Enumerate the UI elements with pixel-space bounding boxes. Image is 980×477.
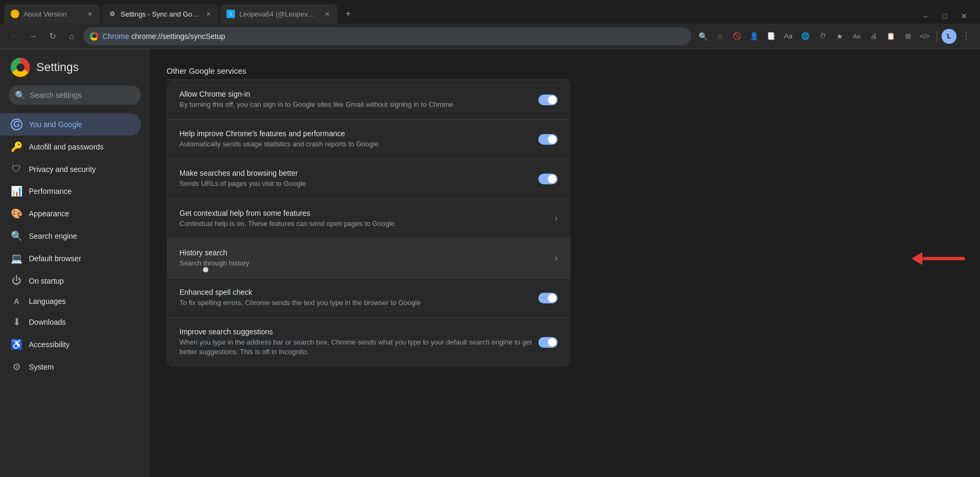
tab-bar-left: About Version ✕ ⚙ Settings - Sync and Go… bbox=[4, 4, 918, 24]
sidebar-item-default-browser[interactable]: 💻 Default browser bbox=[0, 247, 141, 270]
appearance-icon: 🎨 bbox=[11, 208, 22, 220]
search-icon-btn[interactable]: 🔍 bbox=[695, 29, 710, 44]
google-g-icon: G bbox=[11, 119, 22, 130]
setting-row-enhanced-spell-check[interactable]: Enhanced spell check To fix spelling err… bbox=[167, 278, 570, 318]
search-settings-input[interactable]: 🔍 Search settings bbox=[9, 85, 141, 105]
sidebar-item-languages[interactable]: A Languages bbox=[0, 292, 141, 311]
startup-icon: ⏻ bbox=[11, 275, 22, 286]
sidebar-item-appearance[interactable]: 🎨 Appearance bbox=[0, 202, 141, 225]
tab-twitter[interactable]: 𝕏 Leopeva64 (@Leopeva64) / Twi... ✕ bbox=[220, 4, 338, 24]
toggle-knob-improve-search-suggestions bbox=[548, 338, 556, 347]
toggle-enhanced-spell-check[interactable] bbox=[538, 293, 558, 303]
omnibox[interactable]: Chrome chrome://settings/syncSetup bbox=[83, 27, 691, 45]
setting-info-allow-chrome-signin: Allow Chrome sign-in By turning this off… bbox=[179, 90, 538, 110]
toolbar-separator bbox=[937, 31, 937, 42]
sidebar-label-languages: Languages bbox=[29, 297, 66, 306]
default-browser-icon: 💻 bbox=[11, 253, 22, 264]
sidebar-item-system[interactable]: ⚙ System bbox=[0, 356, 141, 378]
translate-icon-btn[interactable]: 🌐 bbox=[798, 29, 813, 44]
setting-title-history-search: History search bbox=[179, 248, 551, 257]
font-icon-btn[interactable]: Aa bbox=[781, 29, 796, 44]
tab-close-settings[interactable]: ✕ bbox=[204, 10, 213, 18]
setting-row-help-improve-chrome[interactable]: Help improve Chrome's features and perfo… bbox=[167, 120, 570, 159]
grid-icon-btn[interactable]: ⊞ bbox=[900, 29, 915, 44]
toggle-allow-chrome-signin[interactable] bbox=[538, 95, 558, 105]
reload-button[interactable]: ↻ bbox=[45, 29, 60, 44]
forward-button[interactable]: → bbox=[26, 29, 41, 44]
maximize-button[interactable]: □ bbox=[937, 9, 952, 24]
omnibox-url-text: chrome://settings/syncSetup bbox=[131, 32, 225, 41]
tab-favicon-settings: ⚙ bbox=[108, 10, 116, 18]
profile-avatar[interactable]: L bbox=[942, 29, 957, 44]
setting-row-improve-search-suggestions[interactable]: Improve search suggestions When you type… bbox=[167, 318, 570, 366]
history-icon-btn[interactable]: ⏱ bbox=[815, 29, 830, 44]
menu-button[interactable]: ⋮ bbox=[959, 29, 974, 44]
sidebar-item-privacy-security[interactable]: 🛡 Privacy and security bbox=[0, 158, 141, 180]
toggle-improve-search-suggestions[interactable] bbox=[538, 337, 558, 348]
setting-info-enhanced-spell-check: Enhanced spell check To fix spelling err… bbox=[179, 288, 538, 308]
browser-frame: About Version ✕ ⚙ Settings - Sync and Go… bbox=[0, 0, 980, 477]
sidebar-label-you-and-google: You and Google bbox=[29, 120, 82, 129]
minimize-button[interactable]: – bbox=[918, 9, 933, 24]
sidebar: Settings 🔍 Search settings G You and Goo… bbox=[0, 49, 150, 477]
main-content: Settings 🔍 Search settings G You and Goo… bbox=[0, 49, 980, 477]
readinglist-icon-btn[interactable]: 📑 bbox=[764, 29, 779, 44]
settings-card-other-google: Allow Chrome sign-in By turning this off… bbox=[167, 80, 570, 367]
setting-row-allow-chrome-signin[interactable]: Allow Chrome sign-in By turning this off… bbox=[167, 80, 570, 120]
chrome-logo-icon bbox=[11, 58, 30, 77]
tab-close-about[interactable]: ✕ bbox=[85, 10, 94, 18]
toggle-help-improve-chrome[interactable] bbox=[538, 134, 558, 145]
home-button[interactable]: ⌂ bbox=[64, 29, 79, 44]
tab-title-about: About Version bbox=[23, 10, 81, 18]
toolbar: ← → ↻ ⌂ Chrome chrome://settings/syncSet… bbox=[0, 24, 980, 49]
chevron-right-history-search: › bbox=[555, 253, 558, 263]
setting-row-history-search[interactable]: History search Search through history › bbox=[167, 239, 570, 278]
tab-close-twitter[interactable]: ✕ bbox=[323, 10, 331, 18]
setting-desc-make-searches-better: Sends URLs of pages you visit to Google bbox=[179, 179, 538, 189]
sidebar-item-accessibility[interactable]: ♿ Accessibility bbox=[0, 333, 141, 356]
toggle-knob-make-searches-better bbox=[548, 175, 556, 183]
arrow-line bbox=[922, 257, 965, 260]
sidebar-item-autofill-passwords[interactable]: 🔑 Autofill and passwords bbox=[0, 136, 141, 158]
setting-row-make-searches-better[interactable]: Make searches and browsing better Sends … bbox=[167, 159, 570, 199]
block-icon-btn[interactable]: 🚫 bbox=[730, 29, 744, 44]
tab-bar: About Version ✕ ⚙ Settings - Sync and Go… bbox=[0, 0, 980, 24]
toggle-knob-help-improve-chrome bbox=[548, 135, 556, 144]
close-button[interactable]: ✕ bbox=[957, 9, 971, 24]
settings-header: Settings bbox=[0, 58, 150, 85]
back-button[interactable]: ← bbox=[6, 29, 21, 44]
tab-settings[interactable]: ⚙ Settings - Sync and Google ser... ✕ bbox=[101, 4, 219, 24]
search-settings-icon: 🔍 bbox=[15, 90, 26, 100]
screenshot-icon-btn[interactable]: 👤 bbox=[747, 29, 762, 44]
downloads-icon: ⬇ bbox=[11, 316, 22, 328]
code-icon-btn[interactable]: </> bbox=[918, 29, 932, 44]
sidebar-item-you-and-google[interactable]: G You and Google bbox=[0, 113, 141, 136]
arrow-head-icon bbox=[912, 252, 922, 265]
sidebar-label-system: System bbox=[29, 363, 54, 371]
setting-title-enhanced-spell-check: Enhanced spell check bbox=[179, 288, 538, 296]
sidebar-item-on-startup[interactable]: ⏻ On startup bbox=[0, 270, 141, 292]
setting-row-contextual-help[interactable]: Get contextual help from some features C… bbox=[167, 199, 570, 239]
sidebar-item-search-engine[interactable]: 🔍 Search engine bbox=[0, 225, 141, 247]
save-icon-btn[interactable]: 📋 bbox=[883, 29, 898, 44]
sidebar-item-performance[interactable]: 📊 Performance bbox=[0, 180, 141, 202]
tab-favicon-twitter: 𝕏 bbox=[226, 10, 235, 18]
sidebar-item-downloads[interactable]: ⬇ Downloads bbox=[0, 311, 141, 333]
bookmark-icon-btn[interactable]: ☆ bbox=[712, 29, 727, 44]
setting-desc-history-search: Search through history bbox=[179, 259, 551, 268]
setting-title-contextual-help: Get contextual help from some features bbox=[179, 209, 551, 217]
tab-about-version[interactable]: About Version ✕ bbox=[4, 4, 100, 24]
setting-desc-enhanced-spell-check: To fix spelling errors, Chrome sends the… bbox=[179, 298, 538, 308]
print-icon-btn[interactable]: 🖨 bbox=[866, 29, 881, 44]
text-icon-btn[interactable]: Aa bbox=[849, 29, 864, 44]
toggle-make-searches-better[interactable] bbox=[538, 174, 558, 184]
toggle-knob-allow-chrome-signin bbox=[548, 96, 556, 104]
sidebar-label-default-browser: Default browser bbox=[29, 254, 81, 263]
new-tab-button[interactable]: + bbox=[341, 6, 356, 21]
tab-favicon-about bbox=[11, 10, 19, 18]
setting-info-improve-search-suggestions: Improve search suggestions When you type… bbox=[179, 327, 538, 357]
tab-title-twitter: Leopeva64 (@Leopeva64) / Twi... bbox=[239, 10, 318, 18]
star-icon-btn[interactable]: ★ bbox=[832, 29, 847, 44]
setting-info-make-searches-better: Make searches and browsing better Sends … bbox=[179, 169, 538, 189]
setting-info-history-search: History search Search through history bbox=[179, 248, 551, 268]
